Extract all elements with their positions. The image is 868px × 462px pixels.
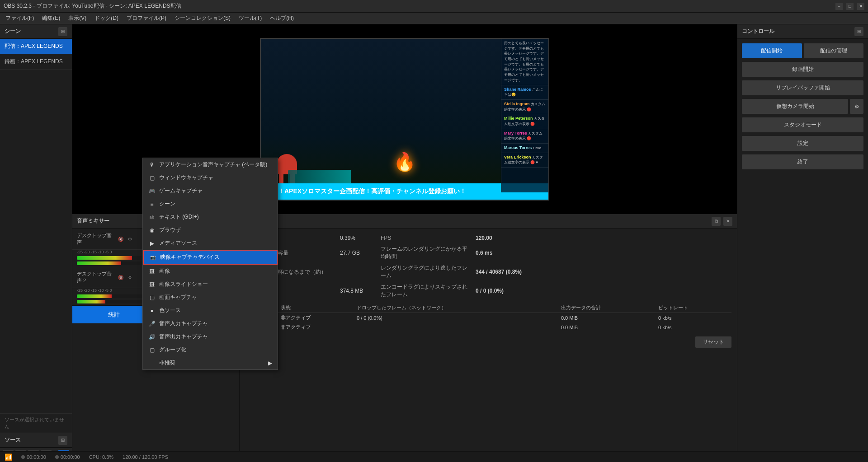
stats-label-encode-lag: エンコードラグによりスキップされたフレーム bbox=[381, 283, 471, 299]
menu-item-video-capture[interactable]: 📷 映像キャプチャデバイス bbox=[143, 250, 278, 265]
menu-item-group[interactable]: ▢ グループ化 bbox=[143, 343, 278, 356]
studio-mode-btn[interactable]: スタジオモード bbox=[742, 117, 863, 132]
settings-btn[interactable]: 設定 bbox=[742, 136, 863, 151]
menu-item-app-audio[interactable]: 🎙 アプリケーション音声キャプチャ (ベータ版) bbox=[143, 158, 278, 171]
mixer-mute-btn-2[interactable]: 🔇 bbox=[117, 273, 125, 281]
chat-msg-5: Marcus Torres Hello bbox=[501, 144, 548, 153]
close-button[interactable]: ✕ bbox=[857, 3, 864, 10]
scene-list: シーン ⊞ 配信：APEX LEGENDS 録画：APEX LEGENDS bbox=[0, 24, 72, 413]
stats-table: 出力 状態 ドロップしたフレーム（ネットワーク） 出力データの合計 ビットレート… bbox=[245, 303, 731, 332]
menu-item-non-recommended[interactable]: 非推奨 ▶ bbox=[143, 356, 278, 369]
title-bar: OBS 30.2.3 - プロファイル: YouTube配信 - シーン: AP… bbox=[0, 0, 868, 13]
stats-td-bitrate-1: 0 kb/s bbox=[656, 313, 731, 323]
menu-item-audio-output[interactable]: 🔊 音声出力キャプチャ bbox=[143, 330, 278, 343]
status-fps: 120.00 / 120.00 FPS bbox=[123, 454, 168, 460]
menu-bar: ファイル(F) 編集(E) 表示(V) ドック(D) プロファイル(P) シーン… bbox=[0, 13, 868, 24]
menu-item-media-source[interactable]: ▶ メディアソース bbox=[143, 237, 278, 250]
mixer-mute-btn-1[interactable]: 🔇 bbox=[117, 235, 125, 243]
menu-item-group-label: グループ化 bbox=[159, 346, 186, 354]
stats-td-bitrate-2: 0 kb/s bbox=[656, 322, 731, 332]
chat-user-marcus: Marcus Torres bbox=[504, 145, 532, 150]
menu-item-scene-label: シーン bbox=[159, 200, 175, 208]
stats-close-btn[interactable]: ✕ bbox=[723, 217, 732, 226]
menu-help[interactable]: ヘルプ(H) bbox=[266, 14, 297, 23]
replay-btn[interactable]: リプレイバッファ開始 bbox=[742, 80, 863, 95]
audio-output-icon: 🔊 bbox=[148, 333, 156, 341]
game-capture-icon: 🎮 bbox=[148, 187, 156, 195]
stats-label-render-lag: レンダリングラグにより逃したフレーム bbox=[381, 264, 471, 280]
stats-td-state-2: 非アクティブ bbox=[278, 322, 354, 332]
window-capture-icon: ▢ bbox=[148, 174, 156, 182]
menu-tools[interactable]: ツール(T) bbox=[235, 14, 265, 23]
record-btn[interactable]: 録画開始 bbox=[742, 62, 863, 77]
menu-item-browser[interactable]: ◉ ブラウザ bbox=[143, 224, 278, 237]
minimize-button[interactable]: － bbox=[835, 3, 843, 10]
image-icon: 🖼 bbox=[148, 268, 156, 275]
scene-list-title: シーン bbox=[5, 28, 21, 35]
menu-item-image[interactable]: 🖼 画像 bbox=[143, 265, 278, 278]
menu-scene-collection[interactable]: シーンコレクション(S) bbox=[171, 14, 234, 23]
menu-item-screen-capture[interactable]: ▢ 画面キャプチャ bbox=[143, 291, 278, 304]
preview-ticker-text: ます！APEXソロマスター企画配信！高評価・チャンネル登録お願い！ bbox=[265, 187, 466, 196]
group-icon: ▢ bbox=[148, 346, 156, 354]
stats-td-total-2: 0.0 MiB bbox=[558, 322, 656, 332]
menu-item-window-capture[interactable]: ▢ ウィンドウキャプチャ bbox=[143, 171, 278, 184]
stream-row: 配信開始 配信の管理 bbox=[742, 43, 863, 58]
stream-start-btn[interactable]: 配信開始 bbox=[742, 43, 802, 58]
menu-edit[interactable]: 編集(E) bbox=[38, 14, 64, 23]
stream-manage-btn[interactable]: 配信の管理 bbox=[804, 43, 864, 58]
stats-th-total: 出力データの合計 bbox=[558, 303, 656, 313]
menu-item-image-slideshow[interactable]: 🖼 画像スライドショー bbox=[143, 278, 278, 291]
menu-file[interactable]: ファイル(F) bbox=[2, 14, 38, 23]
stats-reset-btn[interactable]: リセット bbox=[695, 336, 731, 348]
stats-label-render-time: フレームのレンダリングにかかる平均時間 bbox=[381, 245, 471, 261]
status-cpu: CPU: 0.3% bbox=[89, 454, 113, 460]
virtual-cam-gear-btn[interactable]: ⚙ bbox=[850, 99, 863, 114]
controls-expand-btn[interactable]: ⊞ bbox=[854, 27, 863, 36]
stats-td-drop-2 bbox=[354, 322, 558, 332]
scene-item-apex-broadcast[interactable]: 配信：APEX LEGENDS bbox=[0, 39, 72, 54]
mixer-icons-2: 🔇 ⚙ bbox=[117, 273, 134, 281]
status-dot-2 bbox=[55, 455, 59, 459]
context-menu[interactable]: 🎙 アプリケーション音声キャプチャ (ベータ版) ▢ ウィンドウキャプチャ 🎮 … bbox=[142, 158, 278, 370]
submenu-arrow-icon: ▶ bbox=[268, 360, 272, 366]
preview-vehicle bbox=[288, 170, 351, 183]
stats-value-fps: 120.00 bbox=[476, 235, 492, 241]
virtual-cam-btn[interactable]: 仮想カメラ開始 bbox=[742, 99, 848, 114]
preview-flame: 🔥 bbox=[393, 151, 416, 173]
menu-item-text-gdi[interactable]: ab テキスト (GDI+) bbox=[143, 210, 278, 224]
menu-item-audio-input[interactable]: 🎤 音声入力キャプチャ bbox=[143, 317, 278, 330]
scene-list-expand-btn[interactable]: ⊞ bbox=[58, 27, 67, 36]
chat-preview-overlay: 用のとても長いメッセージです。デモ用のとても長いメッセージです。デモ用のとても長… bbox=[501, 39, 548, 192]
screen-capture-icon: ▢ bbox=[148, 294, 156, 301]
stats-row-4: メモリ使用量 374.8 MB エンコードラグによりスキップされたフレーム 0 … bbox=[245, 283, 731, 299]
status-record-container: 00:00:00 bbox=[55, 454, 80, 460]
menu-dock[interactable]: ドック(D) bbox=[91, 14, 122, 23]
status-dot-1 bbox=[21, 455, 25, 459]
virtual-cam-row: 仮想カメラ開始 ⚙ bbox=[742, 99, 863, 114]
stats-td-drop-1: 0 / 0 (0.0%) bbox=[354, 313, 558, 323]
status-dot-container: 00:00:00 bbox=[21, 454, 46, 460]
status-cpu-label: CPU: 0.3% bbox=[89, 454, 113, 460]
menu-view[interactable]: 表示(V) bbox=[65, 14, 90, 23]
stats-row-2: ディスク空き容量 27.7 GB フレームのレンダリングにかかる平均時間 0.6… bbox=[245, 245, 731, 261]
maximize-button[interactable]: □ bbox=[846, 3, 854, 10]
menu-item-color-label: 色ソース bbox=[159, 307, 181, 314]
menu-item-color-source[interactable]: ● 色ソース bbox=[143, 304, 278, 317]
chat-msg-6: Vera Erickson カスタム絵文字の表示 🔴 ♥ bbox=[501, 153, 548, 168]
stats-float-btn[interactable]: ⧉ bbox=[712, 217, 721, 226]
scene-item-apex-record[interactable]: 録画：APEX LEGENDS bbox=[0, 54, 72, 70]
controls-header: コントロール ⊞ bbox=[737, 24, 868, 39]
mixer-settings-btn-2[interactable]: ⚙ bbox=[126, 273, 134, 281]
stats-value-render-lag: 344 / 40687 (0.8%) bbox=[476, 269, 522, 275]
menu-item-game-capture[interactable]: 🎮 ゲームキャプチャ bbox=[143, 184, 278, 197]
menu-item-media-label: メディアソース bbox=[159, 239, 197, 247]
mixer-settings-btn-1[interactable]: ⚙ bbox=[126, 235, 134, 243]
slideshow-icon: 🖼 bbox=[148, 281, 156, 288]
source-expand-btn[interactable]: ⊞ bbox=[58, 436, 67, 445]
source-list-header: ソース ⊞ bbox=[0, 433, 72, 448]
menu-item-scene[interactable]: ≡ シーン bbox=[143, 197, 278, 210]
stats-value-render-time: 0.6 ms bbox=[476, 250, 492, 256]
menu-profile[interactable]: プロファイル(P) bbox=[123, 14, 170, 23]
quit-btn[interactable]: 終了 bbox=[742, 154, 863, 169]
